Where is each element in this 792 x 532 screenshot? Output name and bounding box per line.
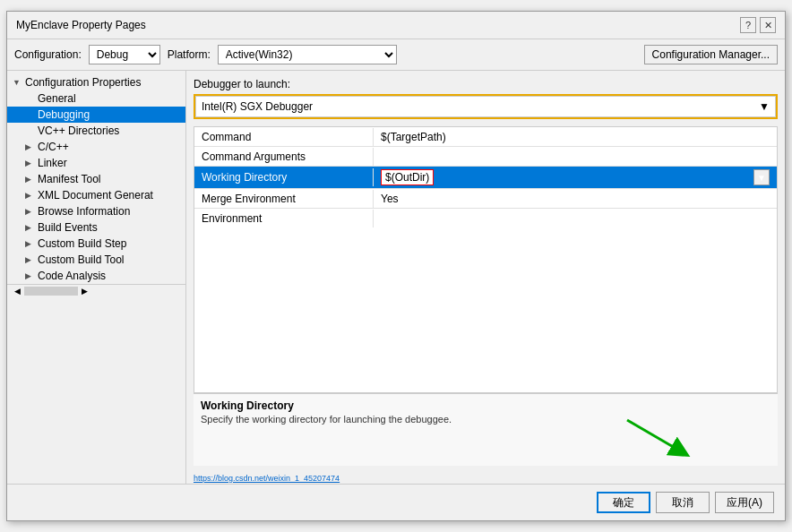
sidebar-item-general[interactable]: General xyxy=(7,90,185,107)
tree-arrow-icon: ▶ xyxy=(25,142,34,151)
tree-arrow-icon: ▶ xyxy=(25,255,34,264)
help-button[interactable]: ? xyxy=(740,17,756,33)
sidebar-item-manifest-tool[interactable]: ▶Manifest Tool xyxy=(7,171,185,187)
debugger-chevron-icon[interactable]: ▼ xyxy=(759,100,770,113)
sidebar-item-custom-build-step[interactable]: ▶Custom Build Step xyxy=(7,236,185,252)
tree-arrow-icon: ▼ xyxy=(13,78,22,87)
prop-value-text: $(OutDir) xyxy=(381,169,434,185)
prop-name: Command xyxy=(194,128,374,146)
apply-button[interactable]: 应用(A) xyxy=(715,492,774,513)
tree: ▼Configuration PropertiesGeneralDebuggin… xyxy=(7,74,185,284)
table-row[interactable]: Command Arguments xyxy=(194,147,777,167)
sidebar-item-label: C/C++ xyxy=(38,141,69,153)
sidebar-item-label: Configuration Properties xyxy=(25,76,141,89)
platform-select[interactable]: Active(Win32) xyxy=(218,45,397,64)
scroll-track[interactable] xyxy=(24,287,78,296)
prop-value-text: Yes xyxy=(381,193,399,205)
right-section: Debugger to launch: Intel(R) SGX Debugge… xyxy=(186,71,785,484)
tree-arrow-icon: ▶ xyxy=(25,223,34,232)
debugger-dropdown-container: Intel(R) SGX Debugger ▼ xyxy=(194,94,778,119)
tree-arrow-icon: ▶ xyxy=(25,191,34,200)
debugger-value: Intel(R) SGX Debugger xyxy=(202,100,313,113)
sidebar-item-label: Code Analysis xyxy=(38,270,106,282)
sidebar-item-code-analysis[interactable]: ▶Code Analysis xyxy=(7,268,185,284)
info-title: Working Directory xyxy=(201,399,770,412)
sidebar-item-label: Debugging xyxy=(38,108,90,121)
config-manager-button[interactable]: Configuration Manager... xyxy=(644,45,778,64)
config-select[interactable]: Debug xyxy=(89,45,160,64)
prop-value xyxy=(374,154,777,159)
title-bar: MyEnclave Property Pages ? ✕ xyxy=(7,12,785,39)
scroll-left-arrow[interactable]: ◀ xyxy=(11,287,24,296)
prop-value xyxy=(374,216,777,221)
prop-value: $(TargetPath) xyxy=(374,128,777,146)
dialog-title: MyEnclave Property Pages xyxy=(16,19,146,31)
toolbar: Configuration: Debug Platform: Active(Wi… xyxy=(7,39,785,71)
prop-name: Merge Environment xyxy=(194,190,374,208)
table-row[interactable]: Merge EnvironmentYes xyxy=(194,189,777,209)
sidebar-item-label: VC++ Directories xyxy=(38,124,119,137)
sidebar-item-vc-dirs[interactable]: VC++ Directories xyxy=(7,123,185,139)
right-panel: Debugger to launch: Intel(R) SGX Debugge… xyxy=(186,71,785,473)
cancel-button[interactable]: 取消 xyxy=(656,492,710,513)
table-row[interactable]: Working Directory$(OutDir)▼ xyxy=(194,167,777,189)
scroll-right-arrow[interactable]: ▶ xyxy=(78,287,91,296)
table-row[interactable]: Command$(TargetPath) xyxy=(194,127,777,147)
tree-arrow-icon: ▶ xyxy=(25,207,34,216)
sidebar-item-xml-doc[interactable]: ▶XML Document Generat xyxy=(7,187,185,203)
dialog: MyEnclave Property Pages ? ✕ Configurati… xyxy=(6,11,786,521)
tree-arrow-icon: ▶ xyxy=(25,271,34,280)
platform-label: Platform: xyxy=(168,48,211,61)
footer: 确定 取消 应用(A) xyxy=(7,484,785,520)
left-panel: ▼Configuration PropertiesGeneralDebuggin… xyxy=(7,71,186,484)
tree-arrow-icon: ▶ xyxy=(25,175,34,184)
tree-arrow-icon: ▶ xyxy=(25,239,34,248)
close-button[interactable]: ✕ xyxy=(760,17,776,33)
sidebar-item-label: Manifest Tool xyxy=(38,173,100,185)
title-bar-buttons: ? ✕ xyxy=(740,17,776,33)
sidebar-item-label: Browse Information xyxy=(38,205,130,218)
arrow-svg xyxy=(609,416,717,460)
sidebar-item-custom-build-tool[interactable]: ▶Custom Build Tool xyxy=(7,252,185,268)
sidebar-item-browse-info[interactable]: ▶Browse Information xyxy=(7,203,185,219)
prop-name: Working Directory xyxy=(194,168,374,186)
sidebar-item-label: Build Events xyxy=(38,221,98,234)
prop-value-text: $(TargetPath) xyxy=(381,131,446,143)
prop-value: $(OutDir)▼ xyxy=(374,167,777,188)
main-area: ▼Configuration PropertiesGeneralDebuggin… xyxy=(7,71,785,484)
prop-dropdown-button[interactable]: ▼ xyxy=(753,169,770,185)
sidebar-item-label: Linker xyxy=(38,157,67,169)
tree-arrow-icon: ▶ xyxy=(25,159,34,167)
properties-table: Command$(TargetPath)Command ArgumentsWor… xyxy=(194,126,778,393)
sidebar-item-build-events[interactable]: ▶Build Events xyxy=(7,219,185,236)
info-panel: Working Directory Specify the working di… xyxy=(194,393,778,466)
prop-value: Yes xyxy=(374,190,777,208)
sidebar-item-label: XML Document Generat xyxy=(38,189,153,202)
sidebar-item-config-props[interactable]: ▼Configuration Properties xyxy=(7,74,185,90)
prop-name: Environment xyxy=(194,210,374,227)
sidebar-item-debugging[interactable]: Debugging xyxy=(7,107,185,123)
svg-line-1 xyxy=(627,420,681,451)
debugger-label: Debugger to launch: xyxy=(194,78,778,90)
config-label: Configuration: xyxy=(14,48,82,61)
debugger-dropdown[interactable]: Intel(R) SGX Debugger ▼ xyxy=(195,96,776,117)
left-scrollbar[interactable]: ◀ ▶ xyxy=(7,284,185,297)
confirm-button[interactable]: 确定 xyxy=(597,492,650,513)
sidebar-item-linker[interactable]: ▶Linker xyxy=(7,155,185,171)
prop-name: Command Arguments xyxy=(194,148,374,166)
sidebar-item-label: General xyxy=(38,92,76,105)
table-row[interactable]: Environment xyxy=(194,209,777,228)
url-bar: https://blog.csdn.net/weixin_1_45207474 xyxy=(186,473,785,484)
sidebar-item-cpp[interactable]: ▶C/C++ xyxy=(7,139,185,155)
sidebar-item-label: Custom Build Step xyxy=(38,237,126,250)
sidebar-item-label: Custom Build Tool xyxy=(38,253,125,266)
